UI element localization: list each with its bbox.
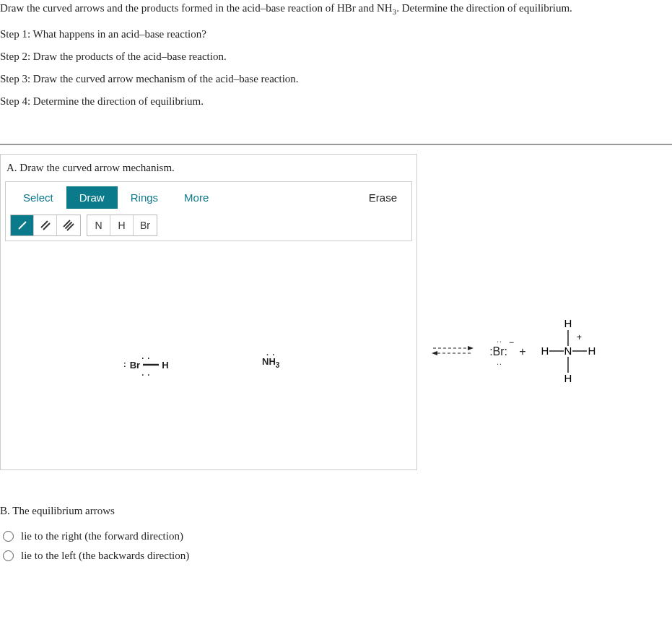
triple-bond-tool[interactable]: [57, 215, 80, 235]
atom-n-tool[interactable]: N: [87, 215, 110, 235]
double-bond-icon: [40, 220, 51, 231]
lone-pair-bottom: . .: [123, 371, 169, 376]
svg-marker-8: [468, 346, 474, 350]
nh4-h-left: H: [541, 345, 549, 357]
atom-tool-group: N H Br: [87, 215, 157, 236]
nh4-h-top: H: [564, 319, 572, 329]
editor-toolbar: Select Draw Rings More Erase: [5, 181, 412, 241]
nh3-sub: 3: [276, 360, 280, 368]
prompt-prefix: Draw the curved arrows and the products …: [0, 2, 393, 14]
nh4-charge: +: [577, 332, 582, 342]
hbr-h-label: H: [162, 360, 168, 371]
tab-draw[interactable]: Draw: [66, 186, 118, 209]
drawing-canvas[interactable]: . . : Br H . . . . NH3: [1, 246, 416, 469]
tab-select[interactable]: Select: [10, 186, 66, 209]
part-b-title: B. The equilibrium arrows: [0, 505, 672, 517]
radio-icon: [3, 550, 14, 561]
svg-line-3: [64, 220, 70, 227]
erase-button[interactable]: Erase: [359, 186, 407, 209]
lone-pair-top: . .: [123, 354, 169, 360]
atom-h-tool[interactable]: H: [110, 215, 134, 235]
nh4-h-right: H: [588, 345, 595, 357]
svg-line-0: [19, 222, 26, 229]
products-area: .. − :Br: .. + H + H N H H: [432, 319, 648, 386]
nh4-n-center: N: [564, 345, 572, 357]
editor-panel: A. Draw the curved arrow mechanism. Sele…: [0, 154, 417, 470]
radio-option-left[interactable]: lie to the left (the backwards direction…: [3, 550, 672, 562]
equilibrium-arrow-icon: [432, 345, 474, 360]
single-bond-icon: [17, 220, 28, 231]
nh4-h-bottom: H: [564, 372, 572, 384]
molecule-nh3: . . NH3: [262, 350, 279, 368]
bromide-ion: .. − :Br: ..: [489, 345, 507, 358]
mode-tabs: Select Draw Rings More: [10, 186, 222, 209]
molecule-hbr: . . : Br H . .: [123, 354, 169, 376]
bond-line-icon: [143, 363, 159, 366]
tab-rings[interactable]: Rings: [118, 186, 171, 209]
svg-line-4: [66, 222, 72, 228]
bond-tool-group: [10, 215, 81, 236]
ammonium-ion: H + H N H H: [539, 319, 597, 386]
single-bond-tool[interactable]: [11, 215, 34, 235]
question-area: Draw the curved arrows and the products …: [0, 0, 672, 131]
radio-option-right[interactable]: lie to the right (the forward direction): [3, 530, 672, 542]
br-label: :Br:: [489, 345, 507, 358]
step-2: Step 2: Draw the products of the acid–ba…: [0, 51, 672, 63]
atom-br-tool[interactable]: Br: [134, 215, 157, 235]
step-4: Step 4: Determine the direction of equil…: [0, 95, 672, 108]
radio-label-right: lie to the right (the forward direction): [21, 530, 183, 542]
section-divider: [0, 144, 672, 145]
radio-icon: [3, 531, 14, 542]
lone-pair-left: :: [123, 362, 127, 368]
svg-line-5: [67, 224, 74, 230]
triple-bond-icon: [63, 220, 74, 231]
nh3-lone-pair: . .: [262, 350, 279, 356]
question-prompt: Draw the curved arrows and the products …: [0, 0, 672, 18]
part-a-title: A. Draw the curved arrow mechanism.: [1, 155, 416, 181]
prompt-suffix: . Determine the direction of equilibrium…: [396, 2, 572, 14]
br-lone-top: ..: [497, 337, 502, 342]
hbr-br-label: Br: [130, 360, 140, 371]
svg-marker-10: [432, 351, 437, 355]
radio-label-left: lie to the left (the backwards direction…: [21, 550, 189, 562]
plus-sign: +: [519, 345, 525, 358]
part-b: B. The equilibrium arrows lie to the rig…: [0, 505, 672, 562]
nh3-label: NH: [262, 356, 276, 367]
br-charge: −: [509, 337, 514, 347]
br-lone-bottom: ..: [497, 360, 502, 365]
tab-more[interactable]: More: [171, 186, 222, 209]
step-1: Step 1: What happens in an acid–base rea…: [0, 28, 672, 40]
double-bond-tool[interactable]: [34, 215, 57, 235]
step-3: Step 3: Draw the curved arrow mechanism …: [0, 73, 672, 85]
